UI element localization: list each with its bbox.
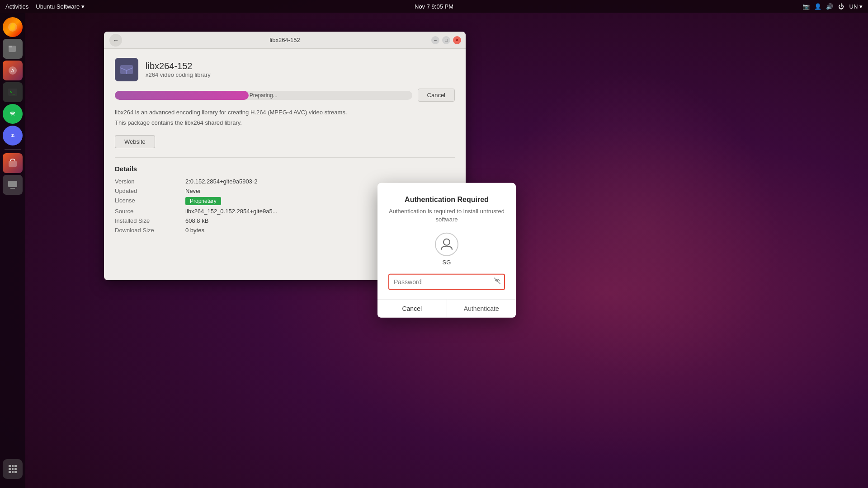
svg-rect-2 — [9, 46, 12, 47]
dock-item-terminal[interactable]: >_ — [3, 82, 23, 102]
cancel-install-button[interactable]: Cancel — [418, 89, 455, 102]
password-input[interactable] — [388, 274, 505, 290]
avatar-username: SG — [443, 259, 451, 266]
progress-section: Preparing... Cancel — [115, 89, 455, 102]
svg-point-16 — [443, 239, 450, 245]
dock: A >_ — [0, 13, 25, 488]
auth-cancel-button[interactable]: Cancel — [377, 300, 447, 318]
package-description: libx264 is an advanced encoding library … — [115, 109, 455, 116]
svg-text:A: A — [11, 68, 14, 73]
download-size-label: Download Size — [115, 227, 178, 234]
window-controls: – □ ✕ — [431, 36, 461, 44]
topbar-right: 📷 👤 🔊 ⏻ UN ▾ — [802, 2, 863, 11]
svg-rect-13 — [10, 188, 15, 189]
eye-off-icon — [493, 277, 501, 285]
svg-point-9 — [11, 135, 12, 136]
discord-icon — [7, 130, 19, 141]
auth-dialog: Authentication Required Authentication i… — [377, 183, 516, 318]
package-contains: This package contains the libx264 shared… — [115, 119, 455, 126]
user-icon: 👤 — [813, 2, 822, 11]
window-titlebar: ← libx264-152 – □ ✕ — [104, 32, 466, 49]
svg-point-10 — [13, 135, 14, 136]
misc-icon — [7, 179, 19, 191]
svg-text:>_: >_ — [10, 90, 15, 94]
package-subtitle: x264 video coding library — [146, 71, 211, 78]
terminal-icon: >_ — [7, 86, 19, 98]
user-silhouette-icon — [439, 236, 455, 253]
topbar-datetime: Nov 7 9:05 PM — [415, 3, 453, 10]
progress-bar: Preparing... — [115, 91, 412, 100]
dock-bottom — [3, 459, 23, 479]
website-button[interactable]: Website — [115, 135, 155, 148]
package-header: libx264-152 x264 video coding library — [115, 58, 455, 81]
volume-icon: 🔊 — [825, 2, 834, 11]
license-label: License — [115, 197, 178, 205]
activities-button[interactable]: Activities — [5, 3, 28, 10]
auth-body: Authentication Required Authentication i… — [377, 183, 516, 299]
user-avatar: SG — [435, 233, 458, 266]
package-info: libx264-152 x264 video coding library — [146, 61, 211, 78]
files-icon — [7, 43, 19, 55]
dock-item-files[interactable] — [3, 39, 23, 59]
maximize-button[interactable]: □ — [442, 36, 450, 44]
updated-label: Updated — [115, 188, 178, 194]
source-label: Source — [115, 208, 178, 215]
dock-item-firefox[interactable] — [3, 17, 23, 37]
auth-title: Authentication Required — [405, 196, 489, 204]
store-icon — [7, 157, 19, 169]
auth-buttons: Cancel Authenticate — [377, 299, 516, 318]
spotify-icon — [7, 108, 19, 120]
app-menu[interactable]: Ubuntu Software ▾ — [36, 3, 85, 10]
auth-subtitle: Authentication is required to install un… — [388, 207, 505, 224]
dock-item-store[interactable] — [3, 153, 23, 173]
avatar-icon — [435, 233, 458, 256]
svg-point-17 — [496, 280, 498, 282]
minimize-button[interactable]: – — [431, 36, 439, 44]
window-title: libx264-152 — [269, 37, 300, 43]
grid-icon — [9, 465, 17, 473]
package-icon-svg — [118, 61, 135, 78]
package-name: libx264-152 — [146, 61, 211, 71]
dock-item-discord[interactable] — [3, 126, 23, 145]
power-icon: ⏻ — [837, 2, 846, 11]
firefox-icon — [6, 21, 19, 33]
close-button[interactable]: ✕ — [453, 36, 461, 44]
app-menu-arrow: ▾ — [81, 3, 85, 10]
user-menu[interactable]: UN ▾ — [849, 3, 863, 10]
ubuntu-software-icon: A — [7, 65, 19, 76]
progress-label: Preparing... — [250, 92, 278, 99]
svg-rect-12 — [8, 181, 17, 187]
installed-size-label: Installed Size — [115, 217, 178, 224]
auth-authenticate-button[interactable]: Authenticate — [447, 300, 516, 318]
password-field-container — [388, 274, 505, 290]
system-tray: 📷 👤 🔊 ⏻ — [802, 2, 846, 11]
svg-point-7 — [8, 109, 18, 119]
camera-icon: 📷 — [802, 2, 811, 11]
progress-fill — [115, 91, 249, 100]
proprietary-badge: Proprietary — [185, 197, 221, 205]
content-area: ← libx264-152 – □ ✕ libx264-152 — [25, 13, 868, 488]
dock-item-ubuntu-software[interactable]: A — [3, 61, 23, 80]
dock-item-misc[interactable] — [3, 175, 23, 195]
dock-item-spotify[interactable] — [3, 104, 23, 124]
dock-divider — [5, 149, 21, 150]
package-icon — [115, 58, 138, 81]
version-label: Version — [115, 178, 178, 185]
show-applications-button[interactable] — [3, 459, 23, 479]
details-title: Details — [115, 165, 455, 173]
app-menu-label: Ubuntu Software — [36, 3, 80, 10]
topbar: Activities Ubuntu Software ▾ Nov 7 9:05 … — [0, 0, 868, 13]
back-button[interactable]: ← — [109, 34, 122, 47]
svg-rect-11 — [9, 161, 17, 167]
password-visibility-toggle[interactable] — [493, 277, 501, 287]
